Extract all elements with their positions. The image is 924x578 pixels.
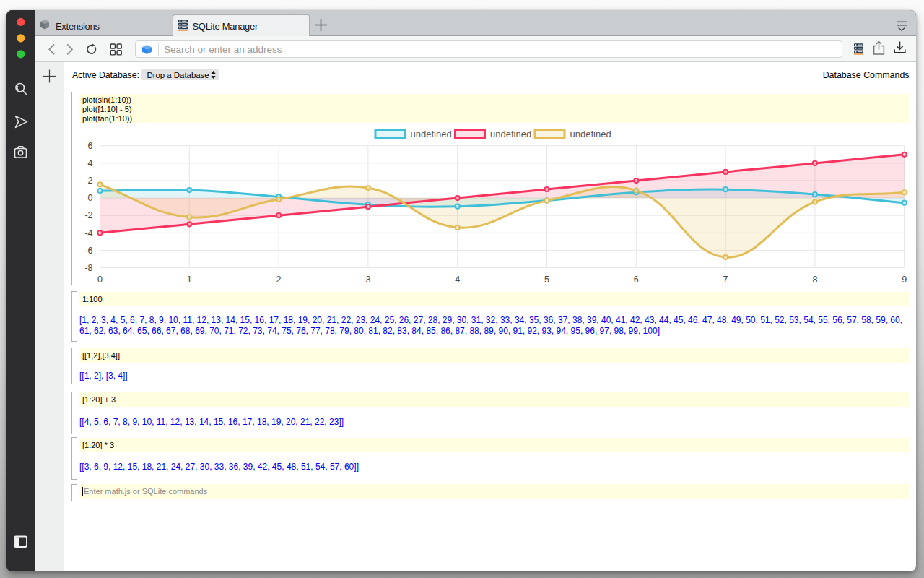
svg-text:undefined: undefined [411, 129, 452, 139]
svg-text:0: 0 [88, 193, 93, 203]
svg-text:1: 1 [187, 275, 192, 285]
svg-text:-4: -4 [84, 228, 92, 238]
svg-text:undefined: undefined [490, 129, 531, 139]
svg-text:7: 7 [723, 275, 728, 285]
svg-text:2: 2 [276, 275, 282, 285]
svg-text:0: 0 [97, 275, 103, 285]
svg-text:6: 6 [634, 275, 639, 285]
svg-text:-2: -2 [84, 210, 92, 220]
svg-text:-8: -8 [84, 263, 92, 273]
svg-text:5: 5 [544, 275, 549, 285]
svg-text:9: 9 [902, 275, 907, 285]
svg-text:-6: -6 [84, 246, 92, 256]
svg-text:3: 3 [365, 275, 370, 285]
svg-text:4: 4 [455, 275, 460, 285]
svg-text:2: 2 [88, 176, 93, 186]
svg-text:undefined: undefined [570, 129, 611, 139]
svg-text:4: 4 [88, 158, 93, 168]
svg-text:8: 8 [812, 275, 817, 285]
svg-text:6: 6 [88, 141, 93, 151]
